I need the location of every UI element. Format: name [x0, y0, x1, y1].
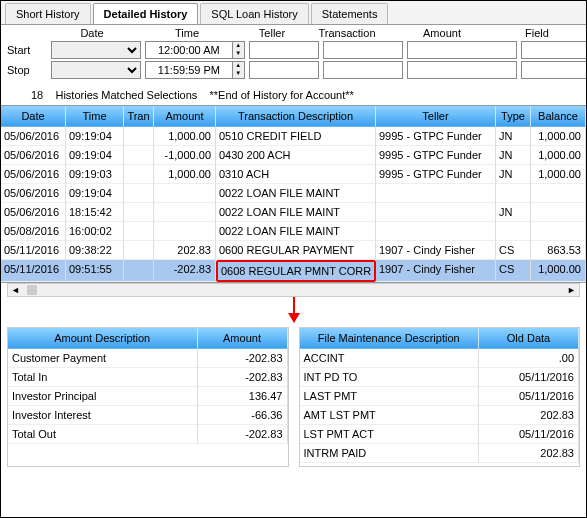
stop-transaction-input[interactable] [323, 61, 403, 79]
start-field-input[interactable] [521, 41, 587, 59]
stop-teller-input[interactable] [249, 61, 319, 79]
stop-date-select[interactable] [51, 61, 141, 79]
col-fm-data[interactable]: Old Data [479, 328, 579, 349]
list-item[interactable]: Investor Principal136.47 [8, 387, 288, 406]
start-label: Start [7, 44, 47, 56]
filter-header-transaction: Transaction [307, 27, 387, 39]
col-amount-val[interactable]: Amount [198, 328, 288, 349]
stop-field-input[interactable] [521, 61, 587, 79]
stop-label: Stop [7, 64, 47, 76]
list-item[interactable]: INT PD TO05/11/2016 [300, 368, 580, 387]
list-item[interactable]: LAST PMT05/11/2016 [300, 387, 580, 406]
start-time-input[interactable] [145, 41, 233, 59]
filter-header-field: Field [497, 27, 577, 39]
grid-body: 05/06/201609:19:041,000.000510 CREDIT FI… [1, 127, 586, 282]
horizontal-scrollbar[interactable]: ◄► [7, 283, 580, 297]
filter-header-teller: Teller [237, 27, 307, 39]
status-count: 18 [31, 89, 43, 101]
col-teller[interactable]: Teller [376, 106, 496, 127]
table-row[interactable]: 05/06/201618:15:420022 LOAN FILE MAINTJN [1, 203, 586, 222]
table-row[interactable]: 05/11/201609:51:55-202.830608 REGULAR PM… [1, 260, 586, 282]
list-item[interactable]: Investor Interest-66.36 [8, 406, 288, 425]
svg-marker-1 [288, 313, 300, 323]
start-date-select[interactable] [51, 41, 141, 59]
table-row[interactable]: 05/06/201609:19:04-1,000.000430 200 ACH9… [1, 146, 586, 165]
list-item[interactable]: ACCINT.00 [300, 349, 580, 368]
col-desc[interactable]: Transaction Description [216, 106, 376, 127]
history-grid: Date Time Tran Amount Transaction Descri… [1, 105, 586, 283]
col-date[interactable]: Date [1, 106, 66, 127]
list-item[interactable]: Total In-202.83 [8, 368, 288, 387]
filter-header-amount: Amount [387, 27, 497, 39]
status-line: 18 Histories Matched Selections **End of… [1, 87, 586, 105]
filter-header-time: Time [137, 27, 237, 39]
callout-arrow [1, 297, 586, 323]
list-item[interactable]: LST PMT ACT05/11/2016 [300, 425, 580, 444]
list-item[interactable]: Customer Payment-202.83 [8, 349, 288, 368]
col-amount-desc[interactable]: Amount Description [8, 328, 198, 349]
col-time[interactable]: Time [66, 106, 124, 127]
col-tran[interactable]: Tran [124, 106, 154, 127]
col-fm-desc[interactable]: File Maintenance Description [300, 328, 480, 349]
file-maint-panel: File Maintenance Description Old Data AC… [299, 327, 581, 467]
list-item[interactable]: Total Out-202.83 [8, 425, 288, 444]
stop-time-input[interactable] [145, 61, 233, 79]
tab-bar: Short History Detailed History SQL Loan … [1, 1, 586, 25]
list-item[interactable]: INTRM PAID202.83 [300, 444, 580, 463]
col-type[interactable]: Type [496, 106, 531, 127]
start-transaction-input[interactable] [323, 41, 403, 59]
status-matched: Histories Matched Selections [55, 89, 197, 101]
table-row[interactable]: 05/06/201609:19:040022 LOAN FILE MAINT [1, 184, 586, 203]
tab-statements[interactable]: Statements [311, 3, 389, 24]
filter-header-date: Date [47, 27, 137, 39]
status-end: **End of History for Account** [210, 89, 354, 101]
stop-time-spinner[interactable]: ▲▼ [233, 61, 245, 79]
list-item[interactable]: AMT LST PMT202.83 [300, 406, 580, 425]
tab-short-history[interactable]: Short History [5, 3, 91, 24]
start-amount-input[interactable] [407, 41, 517, 59]
filter-panel: Date Time Teller Transaction Amount Fiel… [1, 25, 586, 87]
tab-sql-loan-history[interactable]: SQL Loan History [200, 3, 308, 24]
col-balance[interactable]: Balance [531, 106, 586, 127]
table-row[interactable]: 05/08/201616:00:020022 LOAN FILE MAINT [1, 222, 586, 241]
amount-detail-panel: Amount Description Amount Customer Payme… [7, 327, 289, 467]
col-amount[interactable]: Amount [154, 106, 216, 127]
start-teller-input[interactable] [249, 41, 319, 59]
tab-detailed-history[interactable]: Detailed History [93, 3, 199, 24]
table-row[interactable]: 05/11/201609:38:22202.830600 REGULAR PAY… [1, 241, 586, 260]
start-time-spinner[interactable]: ▲▼ [233, 41, 245, 59]
stop-amount-input[interactable] [407, 61, 517, 79]
arrow-down-icon [284, 297, 304, 323]
table-row[interactable]: 05/06/201609:19:041,000.000510 CREDIT FI… [1, 127, 586, 146]
table-row[interactable]: 05/06/201609:19:031,000.000310 ACH9995 -… [1, 165, 586, 184]
